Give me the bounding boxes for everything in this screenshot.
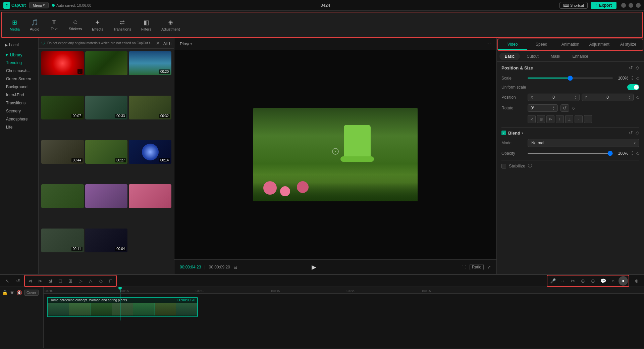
tab-speed[interactable]: Speed [527, 39, 556, 50]
cut-tool[interactable]: ✂ [568, 276, 578, 286]
scale-slider[interactable] [528, 78, 613, 79]
scale-down-arrow[interactable]: ▼ [631, 78, 634, 81]
audio-mute-icon[interactable]: 🔇 [16, 290, 22, 295]
subtab-cutout[interactable]: Cutout [521, 53, 544, 60]
caption-tool[interactable]: 💬 [598, 276, 608, 286]
keyframe-scale-icon[interactable]: ◇ [636, 76, 639, 81]
shortcut-button[interactable]: ⌨ Shortcut [559, 2, 588, 9]
select-tool[interactable]: ↖ [3, 276, 12, 286]
sidebar-item-trending[interactable]: Trending [3, 59, 36, 67]
link-tool[interactable]: ⊕ [578, 276, 588, 286]
reset-blend-icon[interactable]: ↺ [629, 130, 633, 136]
toolbar-adjustment[interactable]: ⊕ Adjustment [157, 17, 184, 33]
stabilize-checkbox[interactable] [501, 164, 506, 168]
toolbar-stickers[interactable]: ☺ Stickers [64, 17, 87, 33]
export-button[interactable]: ↑ Export [591, 2, 616, 9]
trim-left-tool[interactable]: ⊳ [36, 276, 45, 286]
align-right[interactable]: ⊳ [546, 115, 554, 123]
crop-tool[interactable]: ⊓ [106, 276, 115, 286]
toolbar-audio[interactable]: 🎵 Audio [25, 17, 44, 33]
minimize-button[interactable] [621, 3, 626, 8]
media-thumb-10[interactable] [41, 184, 84, 208]
maximize-button[interactable] [629, 3, 633, 8]
sidebar-item-introend[interactable]: Intro&End [3, 91, 36, 99]
keyframe-position-icon[interactable]: ◇ [636, 65, 639, 70]
align-left[interactable]: ⊲ [528, 115, 536, 123]
cover-button[interactable]: Cover [24, 290, 39, 296]
x-up-arrow[interactable]: ▲ [574, 95, 577, 97]
media-thumb-6[interactable]: 00:32 [129, 96, 171, 119]
toolbar-effects[interactable]: ✦ Effects [87, 17, 108, 33]
media-thumb-3[interactable]: 00:20 [129, 51, 171, 75]
position-y-field[interactable]: Y 0 ▲ ▼ [582, 94, 634, 101]
tab-adjustment[interactable]: Adjustment [585, 39, 614, 50]
align-top[interactable]: ⊤ [556, 115, 564, 123]
sidebar-header-library[interactable]: ▼ Library [3, 51, 36, 59]
align-center-v[interactable]: ⊥ [565, 115, 573, 123]
download-icon[interactable]: ↓ [77, 69, 83, 74]
toolbar-text[interactable]: T Text [45, 17, 63, 33]
align-extra[interactable]: … [584, 115, 592, 123]
fill-tool[interactable]: ● [619, 276, 628, 286]
uniform-scale-toggle[interactable] [627, 84, 639, 90]
lock-icon[interactable]: 🔒 [2, 290, 8, 295]
sidebar-item-background[interactable]: Background [3, 83, 36, 91]
subtab-basic[interactable]: Basic [499, 53, 520, 60]
unlink-tool[interactable]: ⊖ [588, 276, 598, 286]
play-button[interactable]: ▶ [312, 263, 316, 271]
media-thumb-7[interactable]: 00:44 [41, 140, 84, 164]
mode-dropdown[interactable]: Normal ▾ [528, 139, 639, 147]
split-tool[interactable]: ⊲ [25, 276, 35, 286]
subtab-mask[interactable]: Mask [545, 53, 566, 60]
align-bottom[interactable]: ⊦ [575, 115, 583, 123]
media-thumb-12[interactable] [129, 184, 171, 208]
sidebar-item-atmosphere[interactable]: Atmosphere [3, 115, 36, 123]
mic-tool[interactable]: 🎤 [548, 276, 557, 286]
position-x-field[interactable]: X 0 ▲ ▼ [528, 94, 580, 101]
trim-right-tool[interactable]: ⊴ [46, 276, 55, 286]
keyframe-rotate-icon[interactable]: ◇ [572, 106, 575, 110]
tab-video[interactable]: Video [498, 39, 527, 50]
sidebar-item-life[interactable]: Life [3, 123, 36, 131]
media-thumb-9[interactable]: 00:14 [129, 140, 171, 164]
close-button[interactable] [636, 3, 641, 8]
undo-button[interactable]: ↺ [13, 276, 23, 286]
sidebar-item-scenery[interactable]: Scenery [3, 107, 36, 115]
toolbar-transitions[interactable]: ⇌ Transitions [109, 17, 136, 33]
add-keyframe-button[interactable]: ⊕ [632, 276, 641, 286]
rotate-up-arrow[interactable]: ▲ [552, 106, 555, 108]
player-menu-icon[interactable]: ⋯ [486, 41, 491, 47]
rotate-field[interactable]: 0° ▲ ▼ [528, 104, 558, 112]
keyframe-tool[interactable]: ◇ [96, 276, 105, 286]
ratio-button[interactable]: Ratio [470, 264, 484, 270]
toolbar-filters[interactable]: ◧ Filters [137, 17, 156, 33]
mark-tool[interactable]: △ [86, 276, 95, 286]
eye-icon[interactable]: 👁 [10, 290, 14, 295]
x-down-arrow[interactable]: ▼ [574, 97, 577, 100]
fullscreen-icon[interactable]: ⛶ [462, 264, 466, 270]
sidebar-item-christmas[interactable]: Christmas&... [3, 67, 36, 75]
opacity-down-arrow[interactable]: ▼ [631, 153, 634, 156]
play-head-tool[interactable]: ▷ [76, 276, 85, 286]
split-audio-tool[interactable]: ↔ [558, 276, 568, 286]
keyframe-position-xy-icon[interactable]: ◇ [636, 95, 639, 100]
media-thumb-8[interactable]: 00:27 [85, 140, 128, 164]
scale-up-arrow[interactable]: ▲ [631, 75, 634, 78]
sidebar-header-local[interactable]: ▶ Local [3, 41, 36, 49]
stabilize-info-icon[interactable]: ⓘ [528, 163, 532, 169]
timeline-grid-icon[interactable]: ⊟ [233, 264, 237, 270]
toolbar-media[interactable]: ⊞ Media [5, 17, 24, 33]
opacity-slider[interactable] [528, 153, 613, 154]
tab-ai-stylize[interactable]: AI stylize [614, 39, 643, 50]
sidebar-item-transitions[interactable]: Transitions [3, 99, 36, 107]
close-notice-button[interactable]: ✕ [156, 41, 160, 46]
blend-expand-icon[interactable]: ▾ [522, 131, 523, 135]
multi-select-tool[interactable]: ⊞ [66, 276, 75, 286]
opacity-up-arrow[interactable]: ▲ [631, 150, 634, 153]
media-thumb-4[interactable]: 00:07 [41, 96, 84, 119]
timeline-clip[interactable]: Home gardening concept. Woman and spring… [47, 297, 198, 317]
subtab-enhance[interactable]: Enhance [567, 53, 593, 60]
blend-checkbox[interactable]: ✓ [501, 131, 506, 135]
menu-button[interactable]: Menu ▾ [29, 2, 49, 8]
media-thumb-13[interactable]: 00:11 [41, 229, 84, 252]
